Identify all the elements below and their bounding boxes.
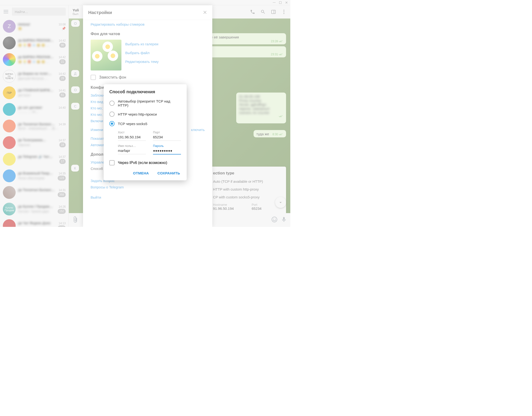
host-label: Хост (118, 131, 146, 134)
cancel-button[interactable]: ОТМЕНА (132, 169, 150, 177)
port-input[interactable] (153, 134, 181, 141)
save-button[interactable]: СОХРАНИТЬ (157, 169, 181, 177)
host-input[interactable] (118, 134, 146, 141)
dialog-title: Способ подключения (109, 89, 181, 95)
password-label: Пароль (153, 144, 181, 148)
radio-icon (109, 101, 114, 106)
port-label: Порт (153, 131, 181, 134)
username-label: Имя польз… (118, 144, 146, 148)
password-input[interactable] (153, 148, 181, 155)
ipv6-checkbox[interactable] (109, 160, 114, 165)
radio-icon-selected (109, 121, 114, 126)
connection-dialog: Способ подключения Автовыбор (приоритет … (104, 84, 187, 180)
radio-auto[interactable]: Автовыбор (приоритет TCP над HTTP) (109, 99, 181, 107)
radio-socks5[interactable]: TCP через socks5 (109, 121, 181, 126)
username-input[interactable] (118, 148, 146, 154)
ipv6-label: Через IPv6 (если возможно) (118, 161, 167, 165)
radio-icon (109, 112, 114, 117)
radio-http[interactable]: HTTP через http-прокси (109, 112, 181, 117)
